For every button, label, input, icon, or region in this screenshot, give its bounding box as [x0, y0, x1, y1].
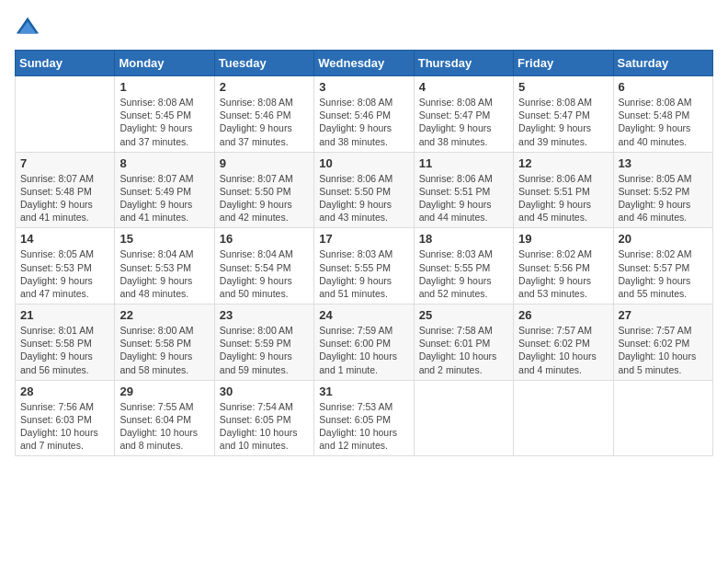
- weekday-header-thursday: Thursday: [414, 51, 513, 76]
- weekday-header-row: SundayMondayTuesdayWednesdayThursdayFrid…: [16, 51, 713, 76]
- day-number: 16: [220, 232, 309, 246]
- calendar: SundayMondayTuesdayWednesdayThursdayFrid…: [15, 50, 713, 456]
- day-number: 21: [20, 308, 109, 322]
- day-number: 18: [419, 232, 508, 246]
- day-info: Sunrise: 8:06 AM Sunset: 5:51 PM Dayligh…: [518, 172, 608, 224]
- day-number: 3: [319, 80, 408, 94]
- calendar-cell: 27Sunrise: 7:57 AM Sunset: 6:02 PM Dayli…: [613, 304, 712, 381]
- calendar-cell: 10Sunrise: 8:06 AM Sunset: 5:50 PM Dayli…: [314, 152, 414, 228]
- calendar-cell: 26Sunrise: 7:57 AM Sunset: 6:02 PM Dayli…: [514, 304, 613, 381]
- day-info: Sunrise: 8:07 AM Sunset: 5:49 PM Dayligh…: [119, 172, 209, 224]
- day-number: 5: [518, 80, 608, 94]
- day-number: 1: [119, 80, 209, 94]
- calendar-cell: 29Sunrise: 7:55 AM Sunset: 6:04 PM Dayli…: [115, 380, 214, 456]
- calendar-cell: 7Sunrise: 8:07 AM Sunset: 5:48 PM Daylig…: [16, 152, 115, 228]
- day-info: Sunrise: 8:08 AM Sunset: 5:46 PM Dayligh…: [319, 96, 408, 148]
- calendar-cell: [514, 380, 613, 456]
- calendar-cell: 9Sunrise: 8:07 AM Sunset: 5:50 PM Daylig…: [214, 152, 313, 228]
- calendar-cell: 11Sunrise: 8:06 AM Sunset: 5:51 PM Dayli…: [414, 152, 513, 228]
- calendar-cell: 18Sunrise: 8:03 AM Sunset: 5:55 PM Dayli…: [414, 228, 513, 304]
- calendar-cell: 3Sunrise: 8:08 AM Sunset: 5:46 PM Daylig…: [314, 76, 414, 153]
- day-info: Sunrise: 8:08 AM Sunset: 5:48 PM Dayligh…: [619, 96, 708, 148]
- day-info: Sunrise: 7:53 AM Sunset: 6:05 PM Dayligh…: [319, 400, 408, 453]
- day-info: Sunrise: 8:01 AM Sunset: 5:58 PM Dayligh…: [20, 324, 109, 376]
- day-number: 4: [419, 80, 508, 94]
- day-info: Sunrise: 8:07 AM Sunset: 5:48 PM Dayligh…: [20, 172, 109, 224]
- calendar-week-row: 21Sunrise: 8:01 AM Sunset: 5:58 PM Dayli…: [16, 304, 713, 381]
- calendar-cell: 21Sunrise: 8:01 AM Sunset: 5:58 PM Dayli…: [16, 304, 115, 381]
- day-info: Sunrise: 8:02 AM Sunset: 5:56 PM Dayligh…: [518, 247, 608, 300]
- weekday-header-monday: Monday: [115, 51, 214, 76]
- day-info: Sunrise: 8:08 AM Sunset: 5:47 PM Dayligh…: [518, 96, 608, 148]
- weekday-header-friday: Friday: [514, 51, 613, 76]
- day-number: 20: [619, 232, 708, 246]
- day-info: Sunrise: 7:59 AM Sunset: 6:00 PM Dayligh…: [319, 324, 408, 376]
- calendar-week-row: 7Sunrise: 8:07 AM Sunset: 5:48 PM Daylig…: [16, 152, 713, 228]
- day-number: 27: [619, 308, 708, 322]
- day-info: Sunrise: 8:06 AM Sunset: 5:51 PM Dayligh…: [419, 172, 508, 224]
- day-info: Sunrise: 8:00 AM Sunset: 5:59 PM Dayligh…: [220, 324, 309, 376]
- calendar-cell: [613, 380, 712, 456]
- calendar-cell: 16Sunrise: 8:04 AM Sunset: 5:54 PM Dayli…: [214, 228, 313, 304]
- day-number: 12: [518, 156, 608, 170]
- calendar-cell: 28Sunrise: 7:56 AM Sunset: 6:03 PM Dayli…: [16, 380, 115, 456]
- calendar-cell: 31Sunrise: 7:53 AM Sunset: 6:05 PM Dayli…: [314, 380, 414, 456]
- day-number: 30: [220, 385, 309, 398]
- day-number: 2: [220, 80, 309, 94]
- day-number: 17: [319, 232, 408, 246]
- day-number: 14: [20, 232, 109, 246]
- day-number: 22: [119, 308, 209, 322]
- calendar-cell: 12Sunrise: 8:06 AM Sunset: 5:51 PM Dayli…: [514, 152, 613, 228]
- logo-icon: [15, 15, 40, 40]
- day-info: Sunrise: 7:57 AM Sunset: 6:02 PM Dayligh…: [518, 324, 608, 376]
- calendar-cell: 22Sunrise: 8:00 AM Sunset: 5:58 PM Dayli…: [115, 304, 214, 381]
- calendar-cell: 4Sunrise: 8:08 AM Sunset: 5:47 PM Daylig…: [414, 76, 513, 153]
- day-number: 13: [619, 156, 708, 170]
- calendar-cell: 2Sunrise: 8:08 AM Sunset: 5:46 PM Daylig…: [214, 76, 313, 153]
- calendar-cell: [414, 380, 513, 456]
- day-info: Sunrise: 8:05 AM Sunset: 5:53 PM Dayligh…: [20, 247, 109, 300]
- calendar-cell: 23Sunrise: 8:00 AM Sunset: 5:59 PM Dayli…: [214, 304, 313, 381]
- day-number: 7: [20, 156, 109, 170]
- day-info: Sunrise: 8:04 AM Sunset: 5:54 PM Dayligh…: [220, 247, 309, 300]
- header: [15, 15, 713, 40]
- calendar-header: SundayMondayTuesdayWednesdayThursdayFrid…: [16, 51, 713, 76]
- day-number: 28: [20, 385, 109, 398]
- calendar-cell: 17Sunrise: 8:03 AM Sunset: 5:55 PM Dayli…: [314, 228, 414, 304]
- day-info: Sunrise: 7:55 AM Sunset: 6:04 PM Dayligh…: [119, 400, 209, 453]
- calendar-cell: 19Sunrise: 8:02 AM Sunset: 5:56 PM Dayli…: [514, 228, 613, 304]
- weekday-header-tuesday: Tuesday: [214, 51, 313, 76]
- calendar-week-row: 1Sunrise: 8:08 AM Sunset: 5:45 PM Daylig…: [16, 76, 713, 153]
- day-info: Sunrise: 8:04 AM Sunset: 5:53 PM Dayligh…: [119, 247, 209, 300]
- day-number: 19: [518, 232, 608, 246]
- weekday-header-sunday: Sunday: [16, 51, 115, 76]
- calendar-cell: 13Sunrise: 8:05 AM Sunset: 5:52 PM Dayli…: [613, 152, 712, 228]
- day-info: Sunrise: 8:00 AM Sunset: 5:58 PM Dayligh…: [119, 324, 209, 376]
- calendar-cell: 30Sunrise: 7:54 AM Sunset: 6:05 PM Dayli…: [214, 380, 313, 456]
- day-info: Sunrise: 8:08 AM Sunset: 5:47 PM Dayligh…: [419, 96, 508, 148]
- calendar-cell: 14Sunrise: 8:05 AM Sunset: 5:53 PM Dayli…: [16, 228, 115, 304]
- weekday-header-saturday: Saturday: [613, 51, 712, 76]
- day-number: 15: [119, 232, 209, 246]
- logo: [15, 15, 44, 40]
- calendar-cell: 15Sunrise: 8:04 AM Sunset: 5:53 PM Dayli…: [115, 228, 214, 304]
- calendar-week-row: 14Sunrise: 8:05 AM Sunset: 5:53 PM Dayli…: [16, 228, 713, 304]
- calendar-cell: 20Sunrise: 8:02 AM Sunset: 5:57 PM Dayli…: [613, 228, 712, 304]
- day-number: 10: [319, 156, 408, 170]
- day-number: 8: [119, 156, 209, 170]
- calendar-cell: 25Sunrise: 7:58 AM Sunset: 6:01 PM Dayli…: [414, 304, 513, 381]
- day-number: 11: [419, 156, 508, 170]
- day-number: 25: [419, 308, 508, 322]
- calendar-cell: 5Sunrise: 8:08 AM Sunset: 5:47 PM Daylig…: [514, 76, 613, 153]
- day-info: Sunrise: 7:54 AM Sunset: 6:05 PM Dayligh…: [220, 400, 309, 453]
- calendar-cell: 6Sunrise: 8:08 AM Sunset: 5:48 PM Daylig…: [613, 76, 712, 153]
- day-number: 24: [319, 308, 408, 322]
- day-info: Sunrise: 8:08 AM Sunset: 5:45 PM Dayligh…: [119, 96, 209, 148]
- day-number: 29: [119, 385, 209, 398]
- day-info: Sunrise: 8:08 AM Sunset: 5:46 PM Dayligh…: [220, 96, 309, 148]
- day-number: 23: [220, 308, 309, 322]
- day-info: Sunrise: 8:02 AM Sunset: 5:57 PM Dayligh…: [619, 247, 708, 300]
- calendar-cell: 24Sunrise: 7:59 AM Sunset: 6:00 PM Dayli…: [314, 304, 414, 381]
- calendar-cell: 8Sunrise: 8:07 AM Sunset: 5:49 PM Daylig…: [115, 152, 214, 228]
- calendar-body: 1Sunrise: 8:08 AM Sunset: 5:45 PM Daylig…: [16, 76, 713, 456]
